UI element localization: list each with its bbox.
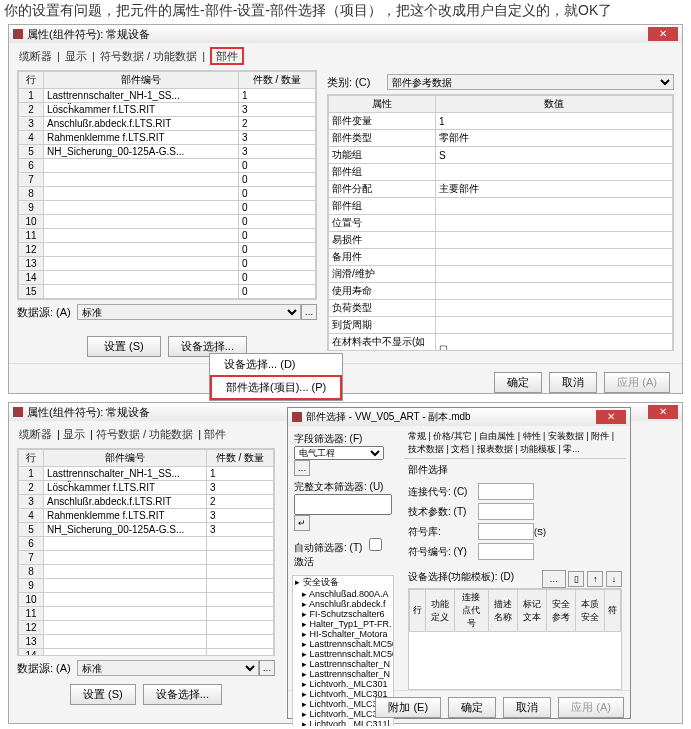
app-icon xyxy=(13,407,23,417)
close-button[interactable]: ✕ xyxy=(648,405,678,419)
tech-input[interactable] xyxy=(478,503,534,520)
apply-button[interactable]: 应用 (A) xyxy=(604,372,670,393)
part-select-section: 部件选择 xyxy=(408,463,622,477)
tree-item[interactable]: ▸ Lasttrennschalter_N xyxy=(295,669,391,679)
fulltext-go[interactable]: ↵ xyxy=(294,515,310,531)
field-filter-label: 字段筛选器: (F) xyxy=(294,432,394,446)
datasource-label: 数据源: (A) xyxy=(17,305,77,320)
fulltext-label: 完整文本筛选器: (U) xyxy=(294,480,394,494)
devsel-browse[interactable]: … xyxy=(542,570,566,588)
tree-root[interactable]: ▸ 安全设备 xyxy=(293,576,393,589)
window-title-2: 属性(组件符号): 常规设备 xyxy=(27,405,150,420)
tab-parts[interactable]: 部件 xyxy=(204,428,226,440)
properties-window-2: 属性(组件符号): 常规设备 ✕ 缆断器 | 显示 | 符号数据 / 功能数据 … xyxy=(8,402,683,724)
tab-symboldata[interactable]: 符号数据 / 功能数据 xyxy=(96,428,193,440)
device-template-table[interactable]: 行功能定义连接点代号描述名称标记文本安全参考本质安全符 xyxy=(408,588,622,690)
ok-button[interactable]: 确定 xyxy=(494,372,542,393)
reference-data-table[interactable]: 属性 数值 部件变量1部件类型零部件功能组S部件组部件分配主要部件部件组位置号易… xyxy=(328,95,673,351)
app-icon xyxy=(292,412,302,422)
devsel-up[interactable]: ↑ xyxy=(587,571,603,587)
tab-symboldata[interactable]: 符号数据 / 功能数据 xyxy=(100,50,197,62)
tree-item[interactable]: ▸ Lasttrennschalt.MC501 xyxy=(295,639,391,649)
settings-button-2[interactable]: 设置 (S) xyxy=(70,684,136,705)
window-title-1: 属性(组件符号): 常规设备 xyxy=(27,27,150,42)
sym-label: 符号库: xyxy=(408,525,478,539)
field-filter-select[interactable]: 电气工程 xyxy=(294,446,384,460)
filter-browse[interactable]: … xyxy=(294,460,310,476)
symnum-label: 符号编号: (Y) xyxy=(408,545,478,559)
tree-item[interactable]: ▸ HI-Schalter_Motora xyxy=(295,629,391,639)
popup-cancel-button[interactable]: 取消 xyxy=(503,697,551,718)
col-row: 行 xyxy=(19,72,44,89)
datasource-select-2[interactable]: 标准 xyxy=(77,660,259,676)
datasource-label: 数据源: (A) xyxy=(17,661,77,676)
tab-parts[interactable]: 部件 xyxy=(210,47,244,65)
conn-label: 连接代号: (C) xyxy=(408,485,478,499)
properties-window-1: 属性(组件符号): 常规设备 ✕ 缆断器 | 显示 | 符号数据 / 功能数据 … xyxy=(8,24,683,394)
tree-item[interactable]: ▸ Anschlußad.800A.A xyxy=(295,589,391,599)
col-partno: 部件编号 xyxy=(44,72,239,89)
tab-strip-1: 缆断器 | 显示 | 符号数据 / 功能数据 | 部件 xyxy=(9,43,682,66)
tree-item[interactable]: ▸ Halter_Typ1_PT-FR. xyxy=(295,619,391,629)
parts-table-2[interactable]: 行 部件编号 件数 / 数量 1Lasttrennschalter_NH-1_S… xyxy=(18,449,274,656)
datasource-select[interactable]: 标准 xyxy=(77,304,301,320)
col-qty: 件数 / 数量 xyxy=(239,72,316,89)
tab-display[interactable]: 显示 xyxy=(65,50,87,62)
close-button[interactable]: ✕ xyxy=(648,27,678,41)
popup-title: 部件选择 - VW_V05_ART - 副本.mdb xyxy=(306,410,471,424)
popup-tabs[interactable]: 常规 | 价格/其它 | 自由属性 | 特性 | 安装数据 | 附件 | 技术数… xyxy=(404,428,626,459)
sym-input[interactable] xyxy=(478,523,534,540)
autofilter-label: 自动筛选器: (T) xyxy=(294,542,362,553)
fulltext-input[interactable] xyxy=(294,494,392,515)
tree-item[interactable]: ▸ Lichtvorh._MLC301 xyxy=(295,679,391,689)
tab-cable[interactable]: 缆断器 xyxy=(19,50,52,62)
tree-item[interactable]: ▸ FI-Schutzschalter6 xyxy=(295,609,391,619)
tab-cable[interactable]: 缆断器 xyxy=(19,428,52,440)
popup-ok-button[interactable]: 确定 xyxy=(448,697,496,718)
tree-item[interactable]: ▸ Lichtvorh._MLC311l xyxy=(295,719,391,726)
category-select[interactable]: 部件参考数据 xyxy=(387,74,674,90)
settings-button[interactable]: 设置 (S) xyxy=(87,336,161,357)
menu-part-select-project[interactable]: 部件选择(项目)... (P) xyxy=(210,375,342,400)
popup-apply-button[interactable]: 应用 (A) xyxy=(558,697,624,718)
col-val: 数值 xyxy=(436,96,673,113)
popup-add-button[interactable]: 附加 (E) xyxy=(375,697,441,718)
devsel-btn2[interactable]: ▯ xyxy=(568,571,584,587)
devsel-down[interactable]: ↓ xyxy=(606,571,622,587)
autofilter-check[interactable] xyxy=(369,538,382,551)
menu-device-select[interactable]: 设备选择... (D) xyxy=(210,354,342,375)
device-select-button-2[interactable]: 设备选择... xyxy=(143,684,222,705)
tech-label: 技术参数: (T) xyxy=(408,505,478,519)
app-icon xyxy=(13,29,23,39)
category-label: 类别: (C) xyxy=(327,75,387,90)
col-attr: 属性 xyxy=(329,96,436,113)
tab-display[interactable]: 显示 xyxy=(63,428,85,440)
tree-item[interactable]: ▸ Anschlußr.abdeck.f xyxy=(295,599,391,609)
tree-item[interactable]: ▸ Lasttrennschalt.MC501 xyxy=(295,649,391,659)
settings-dropdown: 设备选择... (D) 部件选择(项目)... (P) xyxy=(209,353,343,401)
symnum-input[interactable] xyxy=(478,543,534,560)
cancel-button[interactable]: 取消 xyxy=(549,372,597,393)
devsel-label: 设备选择(功能模板): (D) xyxy=(408,571,514,582)
datasource-browse[interactable]: … xyxy=(301,304,317,320)
datasource-browse-2[interactable]: … xyxy=(259,660,275,676)
popup-titlebar: 部件选择 - VW_V05_ART - 副本.mdb ✕ xyxy=(288,408,630,426)
part-select-popup: 部件选择 - VW_V05_ART - 副本.mdb ✕ 字段筛选器: (F) … xyxy=(287,407,631,719)
tree-item[interactable]: ▸ Lasttrennschalter_N xyxy=(295,659,391,669)
instruction-text: 你的设置有问题，把元件的属性-部件-设置-部件选择（项目），把这个改成用户自定义… xyxy=(0,0,691,22)
parts-table[interactable]: 行 部件编号 件数 / 数量 1Lasttrennschalter_NH-1_S… xyxy=(18,71,316,300)
conn-input[interactable] xyxy=(478,483,534,500)
popup-close[interactable]: ✕ xyxy=(596,410,626,424)
titlebar-1: 属性(组件符号): 常规设备 ✕ xyxy=(9,25,682,43)
